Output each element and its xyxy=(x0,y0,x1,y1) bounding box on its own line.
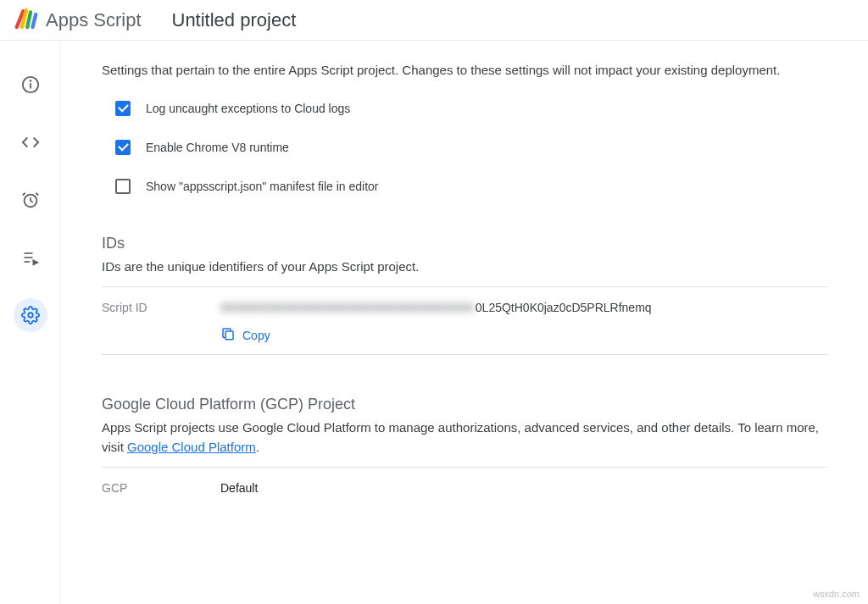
gcp-link[interactable]: Google Cloud Platform xyxy=(127,440,256,454)
svg-point-2 xyxy=(30,80,31,81)
script-id-row: Script ID XXXXXXXXXXXXXXXXXXXXXXXXXXXXXX… xyxy=(102,292,827,349)
sidebar-item-overview[interactable] xyxy=(14,68,47,102)
script-id-visible: 0L25QtH0K0jaz0cD5PRLRfnemq xyxy=(476,301,652,314)
divider xyxy=(102,286,827,287)
option-label: Log uncaught exceptions to Cloud logs xyxy=(146,102,350,115)
logo: Apps Script xyxy=(14,6,142,35)
gcp-row: GCP Default xyxy=(102,473,827,503)
divider xyxy=(102,467,827,468)
script-id-label: Script ID xyxy=(102,301,220,349)
checkbox-icon[interactable] xyxy=(115,101,131,116)
gcp-label: GCP xyxy=(102,481,220,495)
sidebar-item-editor[interactable] xyxy=(14,125,47,159)
sidebar xyxy=(0,41,61,604)
option-label: Enable Chrome V8 runtime xyxy=(146,141,289,154)
script-id-value: XXXXXXXXXXXXXXXXXXXXXXXXXXXXXXXX0L25QtH0… xyxy=(220,301,652,314)
option-log-exceptions[interactable]: Log uncaught exceptions to Cloud logs xyxy=(102,101,827,116)
copy-label: Copy xyxy=(242,329,270,342)
svg-line-7 xyxy=(36,193,38,196)
option-v8-runtime[interactable]: Enable Chrome V8 runtime xyxy=(102,140,827,155)
settings-intro: Settings that pertain to the entire Apps… xyxy=(102,61,827,80)
ids-desc: IDs are the unique identifiers of your A… xyxy=(102,258,827,277)
svg-line-6 xyxy=(22,193,25,196)
content: Settings that pertain to the entire Apps… xyxy=(61,41,868,604)
app-name: Apps Script xyxy=(46,9,142,31)
divider xyxy=(102,354,827,355)
script-id-hidden: XXXXXXXXXXXXXXXXXXXXXXXXXXXXXXXX xyxy=(220,301,474,314)
svg-point-12 xyxy=(28,313,33,318)
header: Apps Script Untitled project xyxy=(0,0,868,41)
svg-marker-11 xyxy=(33,260,37,264)
project-title[interactable]: Untitled project xyxy=(172,9,297,31)
checkbox-icon[interactable] xyxy=(115,140,131,155)
gcp-value: Default xyxy=(220,481,258,495)
svg-line-5 xyxy=(31,201,33,202)
gcp-heading: Google Cloud Platform (GCP) Project xyxy=(102,396,827,413)
watermark: wsxdn.com xyxy=(813,589,860,599)
option-show-manifest[interactable]: Show "appsscript.json" manifest file in … xyxy=(102,179,827,194)
sidebar-item-settings[interactable] xyxy=(14,298,47,332)
gcp-desc: Apps Script projects use Google Cloud Pl… xyxy=(102,418,827,457)
svg-rect-13 xyxy=(225,331,233,340)
checkbox-icon[interactable] xyxy=(115,179,131,194)
apps-script-logo-icon xyxy=(14,6,39,35)
copy-button[interactable]: Copy xyxy=(220,321,827,349)
option-label: Show "appsscript.json" manifest file in … xyxy=(146,180,379,193)
ids-heading: IDs xyxy=(102,235,827,252)
sidebar-item-executions[interactable] xyxy=(14,241,47,274)
sidebar-item-triggers[interactable] xyxy=(14,183,47,217)
copy-icon xyxy=(220,326,236,344)
